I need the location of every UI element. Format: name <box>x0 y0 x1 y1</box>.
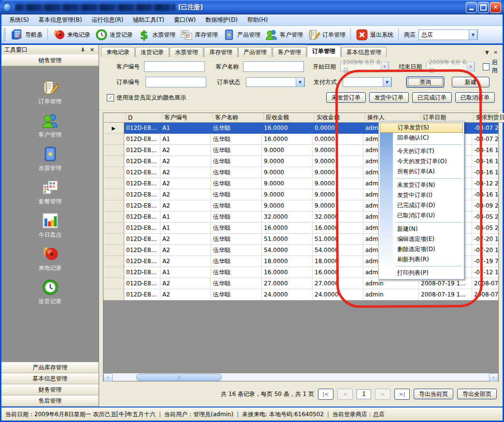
row-header-cell[interactable] <box>103 256 124 267</box>
chevron-down-icon[interactable]: ▼ <box>469 29 477 40</box>
toolbar-button[interactable]: 产品管理 <box>220 28 263 42</box>
menu-item[interactable]: 系统(S) <box>4 14 34 26</box>
chevron-down-icon[interactable]: ▼ <box>381 62 389 71</box>
menu-item[interactable]: 数据维护(D) <box>201 14 243 26</box>
context-menu-item[interactable]: 订单发货(S) <box>380 123 463 133</box>
sidebar-section[interactable]: 产品库存管理 <box>1 362 99 373</box>
tab[interactable]: 订单管理 <box>307 45 341 57</box>
row-header-cell[interactable] <box>103 167 124 178</box>
column-header[interactable]: D <box>126 113 162 123</box>
prev-page-button[interactable]: < <box>337 389 353 400</box>
row-header-cell[interactable] <box>103 234 124 245</box>
context-menu-item[interactable]: 所有的订单(A) <box>380 167 463 177</box>
sidebar-item[interactable]: 套餐管理 <box>21 179 79 206</box>
tab[interactable]: 库存管理 <box>204 47 238 57</box>
row-header-cell[interactable]: ▶ <box>103 123 124 134</box>
query-button[interactable]: 查询 <box>406 77 444 87</box>
toolbar-button[interactable]: 客户管理 <box>263 28 305 42</box>
context-menu-item[interactable]: 今天的订单(T) <box>380 146 463 156</box>
minimize-button[interactable] <box>466 2 477 13</box>
scroll-left-icon[interactable]: ‹ <box>103 373 113 381</box>
toolbar-button[interactable]: 导航条 <box>8 28 45 42</box>
row-header-cell[interactable] <box>103 200 124 211</box>
close-button[interactable]: ✕ <box>490 2 501 13</box>
sidebar-item[interactable]: 送货记录 <box>21 279 79 306</box>
context-menu-item[interactable]: 已取消订单(U) <box>380 211 463 221</box>
column-header[interactable]: 要求到货日期 <box>474 113 504 123</box>
first-page-button[interactable]: |< <box>318 389 333 400</box>
column-header[interactable]: 客户名称 <box>213 113 264 123</box>
row-header-cell[interactable] <box>103 289 124 300</box>
context-menu-item[interactable]: 编辑选定项(E) <box>380 234 463 244</box>
tab[interactable]: 来电记录 <box>101 47 135 57</box>
customer-name-input[interactable] <box>243 61 304 72</box>
chevron-down-icon[interactable]: ▼ <box>467 62 475 71</box>
customer-no-input[interactable] <box>144 61 205 72</box>
page-number-input[interactable]: 1 <box>357 389 371 399</box>
row-header-cell[interactable] <box>103 223 124 234</box>
pay-method-select[interactable]: ▼ <box>343 77 392 87</box>
chevron-down-icon[interactable]: ▼ <box>485 50 489 55</box>
row-header-cell[interactable] <box>103 211 124 223</box>
sidebar-section[interactable]: 财务管理 <box>1 384 99 395</box>
context-menu-item[interactable]: 已完成订单(D) <box>380 200 463 211</box>
toolbar-button[interactable]: 订单管理 <box>305 28 348 42</box>
row-header-cell[interactable] <box>103 245 124 256</box>
menu-item[interactable]: 帮助(H) <box>243 14 273 26</box>
shop-select[interactable]: 总店 ▼ <box>418 29 478 40</box>
context-menu-item[interactable]: 删除选定项(D) <box>380 244 463 254</box>
column-header[interactable]: 应收金额 <box>264 113 315 123</box>
menu-item[interactable]: 窗口(W) <box>169 14 201 26</box>
sidebar-item[interactable]: 客户管理 <box>21 112 79 139</box>
pin-icon[interactable] <box>79 46 86 54</box>
column-header[interactable]: 客户编号 <box>162 113 213 123</box>
column-header[interactable]: 实收金额 <box>315 113 365 123</box>
export-all-pages-button[interactable]: 导出全部页 <box>457 389 497 399</box>
order-no-input[interactable] <box>145 77 206 87</box>
context-menu-item[interactable]: 发货中订单(I) <box>380 190 463 200</box>
context-menu-item[interactable]: 今天的发货订单(O) <box>380 156 463 167</box>
sidebar-section-sales[interactable]: 销售管理 <box>1 55 99 66</box>
order-status-filter-button[interactable]: 未发货订单 <box>326 92 366 103</box>
context-menu-item[interactable]: 刷新列表(R) <box>380 254 463 265</box>
chevron-down-icon[interactable]: ▼ <box>383 77 391 87</box>
order-status-select[interactable]: ▼ <box>246 77 305 87</box>
close-icon[interactable]: ✕ <box>494 50 498 55</box>
row-header-cell[interactable] <box>103 267 124 278</box>
menu-item[interactable]: 运行信息(R) <box>87 14 129 26</box>
menu-item[interactable]: 基本信息管理(B) <box>34 14 87 26</box>
order-status-filter-button[interactable]: 发货中订单 <box>369 92 409 103</box>
tab[interactable]: 水票管理 <box>170 47 203 57</box>
sidebar-section[interactable]: 售后管理 <box>1 395 99 407</box>
sidebar-item[interactable]: 今日盘点 <box>21 212 79 239</box>
context-menu-item[interactable]: 未发货订单(N) <box>380 180 463 190</box>
row-header-cell[interactable] <box>103 189 124 200</box>
row-header-cell[interactable] <box>103 156 124 167</box>
end-date-picker[interactable]: 2009年 6月 8日 ▼ <box>426 62 475 71</box>
toolbar-button[interactable]: 送货记录 <box>93 28 135 42</box>
row-header-cell[interactable] <box>103 178 124 189</box>
order-status-filter-button[interactable]: 已完成订单 <box>412 92 452 103</box>
toolbar-button[interactable]: 退出系统 <box>353 28 396 42</box>
maximize-button[interactable] <box>478 2 489 13</box>
row-header-cell[interactable] <box>103 145 124 156</box>
context-menu-item[interactable]: 回单确认(C) <box>380 133 463 143</box>
context-menu-item[interactable]: 打印列表(P) <box>380 268 463 278</box>
horizontal-scrollbar[interactable]: ‹ › <box>103 373 498 381</box>
menu-item[interactable]: 辅助工具(T) <box>128 14 169 26</box>
row-header-cell[interactable] <box>103 134 124 145</box>
start-date-picker[interactable]: 2009年 6月 8日 ▼ <box>340 62 389 71</box>
tab[interactable]: 送货记录 <box>135 47 169 57</box>
context-menu-item[interactable]: 新建(N) <box>380 224 463 234</box>
sidebar-section[interactable]: 基本信息管理 <box>1 373 99 384</box>
toolbar-button[interactable]: 来电记录 <box>50 28 93 42</box>
color-display-checkbox[interactable]: ✓ <box>107 94 114 101</box>
new-button[interactable]: 新建 <box>452 77 490 87</box>
export-current-page-button[interactable]: 导出当前页 <box>414 389 453 399</box>
tab[interactable]: 客户管理 <box>273 47 306 57</box>
toolbar-grip[interactable] <box>3 28 6 41</box>
tab[interactable]: 产品管理 <box>238 47 272 57</box>
row-header-cell[interactable] <box>103 278 124 289</box>
next-page-button[interactable]: > <box>375 389 390 400</box>
toolbar-button[interactable]: $水票管理 <box>135 28 178 42</box>
